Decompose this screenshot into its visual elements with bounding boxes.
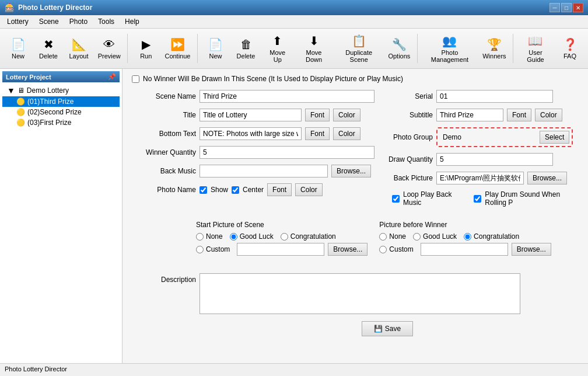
photo-group-select-button[interactable]: Select [540, 131, 569, 144]
toolbar-options[interactable]: 🔧 Options [384, 34, 414, 62]
toolbar-run-label: Run [140, 53, 152, 60]
description-textarea[interactable] [200, 273, 520, 314]
tree-third-prize[interactable]: 🟡 (01)Third Prize [2, 96, 120, 107]
menu-lottery[interactable]: Lottery [2, 16, 33, 27]
title-color-button[interactable]: Color [333, 109, 360, 121]
draw-qty-input[interactable] [436, 153, 553, 166]
winners-icon: 🏆 [487, 37, 502, 51]
photo-group-label: Photo Group [386, 133, 433, 141]
toolbar: 📄 New ✖ Delete 📐 Layout 👁 Preview ▶ Run … [0, 29, 588, 69]
start-radio-group: None Good Luck Congratulation [196, 232, 368, 241]
bottom-font-button[interactable]: Font [305, 127, 330, 140]
winner-qty-input[interactable] [200, 146, 374, 159]
start-none-option[interactable]: None [196, 232, 223, 241]
photo-name-row: Photo Name Show Center Font Color [132, 183, 374, 196]
toolbar-photo-mgmt[interactable]: 👥 Photo Management [421, 31, 478, 66]
tree-root[interactable]: ▼ 🖥 Demo Lottery [2, 85, 120, 96]
subtitle-color-button[interactable]: Color [535, 109, 562, 121]
start-picture-section: Start Picture of Scene None Good Luck Co… [132, 221, 368, 262]
toolbar-new-scene[interactable]: 📄 New [201, 34, 230, 62]
toolbar-continue[interactable]: ⏩ Continue [162, 34, 193, 62]
before-congrat-radio[interactable] [464, 233, 471, 241]
back-music-browse-button[interactable]: Browse... [331, 165, 371, 177]
start-none-radio[interactable] [196, 233, 204, 241]
save-button[interactable]: 💾 Save [362, 321, 413, 336]
back-picture-input[interactable] [436, 172, 524, 184]
no-winner-checkbox[interactable] [132, 75, 139, 83]
new-icon: 📄 [11, 37, 26, 51]
before-none-option[interactable]: None [379, 232, 406, 241]
tree-third-prize-label: (01)Third Prize [27, 98, 74, 106]
before-browse-button[interactable]: Browse... [512, 243, 551, 256]
start-goodluck-label: Good Luck [240, 232, 274, 241]
back-picture-browse-button[interactable]: Browse... [527, 172, 567, 184]
toolbar-move-up[interactable]: ⬆ Move Up [262, 31, 293, 66]
toolbar-run[interactable]: ▶ Run [131, 34, 160, 62]
start-congrat-radio[interactable] [281, 233, 288, 241]
toolbar-layout[interactable]: 📐 Layout [64, 34, 93, 62]
scene-name-input[interactable] [200, 90, 374, 103]
serial-row: Serial [386, 90, 579, 103]
menu-photo[interactable]: Photo [65, 16, 92, 27]
subtitle-font-button[interactable]: Font [507, 109, 531, 121]
serial-input[interactable] [436, 90, 553, 103]
before-goodluck-option[interactable]: Good Luck [413, 232, 457, 241]
save-icon: 💾 [374, 325, 383, 333]
photo-name-font-button[interactable]: Font [267, 183, 292, 196]
photo-name-show-checkbox[interactable] [200, 186, 207, 194]
bottom-text-input[interactable] [200, 127, 302, 140]
toolbar-winners[interactable]: 🏆 Winners [480, 34, 509, 62]
bottom-color-button[interactable]: Color [333, 127, 360, 140]
start-custom-input[interactable] [237, 243, 324, 256]
before-congrat-option[interactable]: Congratulation [464, 232, 519, 241]
title-font-button[interactable]: Font [305, 109, 330, 121]
title-input[interactable] [200, 109, 302, 121]
scene-name-row: Scene Name [132, 90, 374, 103]
before-goodluck-radio[interactable] [413, 233, 421, 241]
start-goodluck-radio[interactable] [230, 233, 237, 241]
subtitle-input[interactable] [436, 109, 503, 121]
description-label: Description [132, 273, 196, 284]
before-none-radio[interactable] [379, 233, 387, 241]
toolbar-layout-label: Layout [69, 53, 88, 60]
toolbar-faq[interactable]: ❓ FAQ [555, 34, 584, 62]
menu-tools[interactable]: Tools [93, 16, 119, 27]
play-drum-checkbox[interactable] [474, 195, 481, 203]
start-browse-button[interactable]: Browse... [328, 243, 368, 256]
before-custom-input[interactable] [421, 243, 508, 256]
toolbar-winners-label: Winners [482, 53, 506, 60]
photo-name-center-checkbox[interactable] [232, 186, 239, 194]
start-custom-radio[interactable] [196, 246, 204, 253]
toolbar-move-down[interactable]: ⬇ Move Down [295, 31, 333, 66]
toolbar-user-guide[interactable]: 📖 User Guide [517, 31, 554, 66]
toolbar-new[interactable]: 📄 New [4, 34, 33, 62]
toolbar-preview[interactable]: 👁 Preview [94, 35, 124, 62]
start-picture-title: Start Picture of Scene [196, 221, 368, 229]
toolbar-delete-scene[interactable]: 🗑 Delete [232, 35, 261, 62]
maximize-button[interactable]: □ [561, 3, 572, 12]
start-custom-option[interactable]: Custom [196, 245, 230, 253]
toolbar-move-up-label: Move Up [267, 49, 288, 63]
menu-scene[interactable]: Scene [34, 16, 64, 27]
tree-second-prize[interactable]: 🟡 (02)Second Prize [2, 107, 120, 117]
menu-help[interactable]: Help [120, 16, 144, 27]
photo-group-input[interactable] [440, 131, 536, 143]
back-picture-row: Back Picture Browse... [386, 172, 579, 184]
before-custom-option[interactable]: Custom [379, 245, 413, 253]
back-music-input[interactable] [200, 165, 328, 177]
back-music-label: Back Music [132, 167, 196, 175]
draw-qty-label: Draw Quantity [386, 155, 433, 163]
start-goodluck-option[interactable]: Good Luck [230, 232, 274, 241]
close-button[interactable]: ✕ [573, 3, 583, 12]
toolbar-delete[interactable]: ✖ Delete [34, 34, 63, 62]
start-congrat-option[interactable]: Congratulation [281, 232, 336, 241]
tree-first-prize[interactable]: 🟡 (03)First Prize [2, 117, 120, 128]
back-picture-label: Back Picture [386, 174, 433, 182]
photo-name-color-button[interactable]: Color [295, 183, 323, 196]
radio-sections: Start Picture of Scene None Good Luck Co… [132, 215, 579, 267]
minimize-button[interactable]: ─ [550, 3, 560, 12]
before-custom-radio[interactable] [379, 246, 387, 253]
toolbar-duplicate[interactable]: 📋 Duplicate Scene [334, 31, 383, 66]
options-icon: 🔧 [392, 37, 407, 51]
loop-play-checkbox[interactable] [392, 195, 400, 203]
